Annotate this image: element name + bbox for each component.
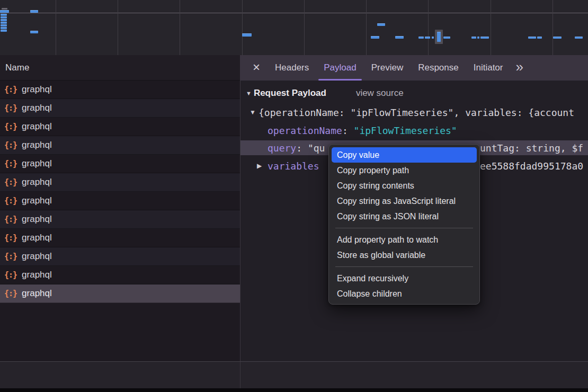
request-name: graphql <box>22 233 52 243</box>
menu-item-collapse-children[interactable]: Collapse children <box>332 286 477 301</box>
request-list: {:}graphql{:}graphql{:}graphql{:}graphql… <box>0 81 240 361</box>
operation-name-property-row[interactable]: operationName: "ipFlowTimeseries" <box>240 123 588 138</box>
menu-item-copy-string-as-javascript-literal[interactable]: Copy string as JavaScript literal <box>332 193 477 209</box>
detail-tabs: HeadersPayloadPreviewResponseInitiator <box>268 55 510 81</box>
request-payload-section-header[interactable]: ▼ Request Payload view source <box>246 88 404 99</box>
request-row[interactable]: {:}graphql <box>0 99 240 118</box>
window-bottom-bar <box>0 388 588 392</box>
property-value-string: "ipFlowTimeseries" <box>354 125 457 136</box>
menu-item-copy-string-as-json-literal[interactable]: Copy string as JSON literal <box>332 209 477 224</box>
tab-response[interactable]: Response <box>411 55 466 81</box>
waterfall-bar <box>553 37 562 39</box>
waterfall-bar <box>1 16 7 19</box>
waterfall-bar <box>1 14 7 16</box>
waterfall-bar <box>537 37 542 39</box>
request-row[interactable]: {:}graphql <box>0 266 240 284</box>
fetch-xhr-icon: {:} <box>4 103 17 113</box>
section-collapse-triangle-icon[interactable]: ▼ <box>246 90 252 96</box>
waterfall-bar <box>575 37 583 39</box>
tab-payload[interactable]: Payload <box>316 55 363 81</box>
request-row[interactable]: {:}graphql <box>0 192 240 210</box>
tab-headers[interactable]: Headers <box>268 55 316 81</box>
request-name: graphql <box>22 140 52 150</box>
request-row[interactable]: {:}graphql <box>0 81 240 99</box>
more-tabs-icon[interactable]: » <box>515 60 522 74</box>
overview-gridline <box>553 0 553 56</box>
waterfall-bar <box>30 10 38 13</box>
menu-item-copy-string-contents[interactable]: Copy string contents <box>332 178 477 193</box>
menu-separator <box>335 228 473 228</box>
request-name: graphql <box>22 84 52 95</box>
request-row[interactable]: {:}graphql <box>0 284 240 303</box>
request-name: graphql <box>22 214 52 225</box>
waterfall-bar <box>1 22 7 24</box>
waterfall-bar <box>443 37 450 39</box>
waterfall-bar <box>395 36 404 39</box>
tab-initiator[interactable]: Initiator <box>466 55 511 81</box>
overview-divider-line <box>0 13 588 13</box>
menu-item-store-as-global-variable[interactable]: Store as global variable <box>332 247 477 263</box>
close-icon[interactable]: × <box>250 61 263 74</box>
context-menu: Copy valueCopy property pathCopy string … <box>328 144 480 305</box>
request-name: graphql <box>22 251 52 262</box>
menu-item-copy-property-path[interactable]: Copy property path <box>332 163 477 178</box>
request-row[interactable]: {:}graphql <box>0 247 240 266</box>
tab-preview[interactable]: Preview <box>364 55 411 81</box>
menu-item-expand-recursively[interactable]: Expand recursively <box>332 271 477 286</box>
request-name: graphql <box>22 288 52 299</box>
object-preview-text: {operationName: "ipFlowTimeseries", vari… <box>259 107 574 118</box>
fetch-xhr-icon: {:} <box>4 233 17 243</box>
menu-item-add-property-path-to-watch[interactable]: Add property path to watch <box>332 232 477 247</box>
request-row[interactable]: {:}graphql <box>0 155 240 173</box>
request-name: graphql <box>22 103 52 113</box>
property-value-continuation: ee5588fdad995178a0 <box>480 161 583 172</box>
overview-gridline <box>491 0 491 56</box>
overview-gridline <box>118 0 118 56</box>
devtools-network-panel: Name × HeadersPayloadPreviewResponseInit… <box>0 0 588 392</box>
waterfall-bar <box>477 37 479 39</box>
request-row[interactable]: {:}graphql <box>0 136 240 155</box>
waterfall-bar <box>1 27 7 29</box>
waterfall-bar <box>437 32 441 42</box>
overview-gridline <box>242 0 243 56</box>
request-row[interactable]: {:}graphql <box>0 118 240 136</box>
overview-gridline <box>366 0 367 56</box>
fetch-xhr-icon: {:} <box>4 270 17 280</box>
property-value-continuation: untTag: string, $f <box>480 142 583 154</box>
waterfall-bar <box>1 30 7 32</box>
collapse-triangle-icon[interactable]: ▼ <box>250 109 256 116</box>
waterfall-bar <box>425 37 430 39</box>
request-name: graphql <box>22 121 52 132</box>
fetch-xhr-icon: {:} <box>4 159 17 168</box>
expand-triangle-icon[interactable]: ▶ <box>257 162 262 170</box>
waterfall-bar <box>371 36 379 39</box>
waterfall-bar <box>377 23 385 26</box>
fetch-xhr-icon: {:} <box>4 140 17 150</box>
overview-gridline <box>304 0 305 56</box>
waterfall-bar <box>528 37 536 39</box>
waterfall-bar <box>242 33 252 37</box>
request-name: graphql <box>22 158 52 169</box>
name-column-header[interactable]: Name <box>0 55 240 81</box>
request-name: graphql <box>22 195 52 206</box>
fetch-xhr-icon: {:} <box>4 85 17 94</box>
menu-item-copy-value[interactable]: Copy value <box>332 147 477 163</box>
waterfall-bar <box>1 19 7 21</box>
property-value-start: "qu <box>308 142 325 154</box>
request-row[interactable]: {:}graphql <box>0 229 240 247</box>
detail-tab-bar: × HeadersPayloadPreviewResponseInitiator… <box>240 55 588 81</box>
waterfall-bar <box>480 37 489 39</box>
request-name: graphql <box>22 270 52 280</box>
fetch-xhr-icon: {:} <box>4 177 17 187</box>
request-row[interactable]: {:}graphql <box>0 210 240 229</box>
waterfall-bar <box>1 24 7 26</box>
fetch-xhr-icon: {:} <box>4 289 17 298</box>
request-name: graphql <box>22 177 52 188</box>
payload-object-preview-row[interactable]: ▼ {operationName: "ipFlowTimeseries", va… <box>240 105 588 120</box>
view-source-link[interactable]: view source <box>356 88 404 99</box>
waterfall-bar <box>0 10 9 13</box>
name-column-label: Name <box>5 63 29 73</box>
request-row[interactable]: {:}graphql <box>0 173 240 192</box>
overview-gridline <box>428 0 429 56</box>
network-overview-timeline[interactable] <box>0 0 588 56</box>
